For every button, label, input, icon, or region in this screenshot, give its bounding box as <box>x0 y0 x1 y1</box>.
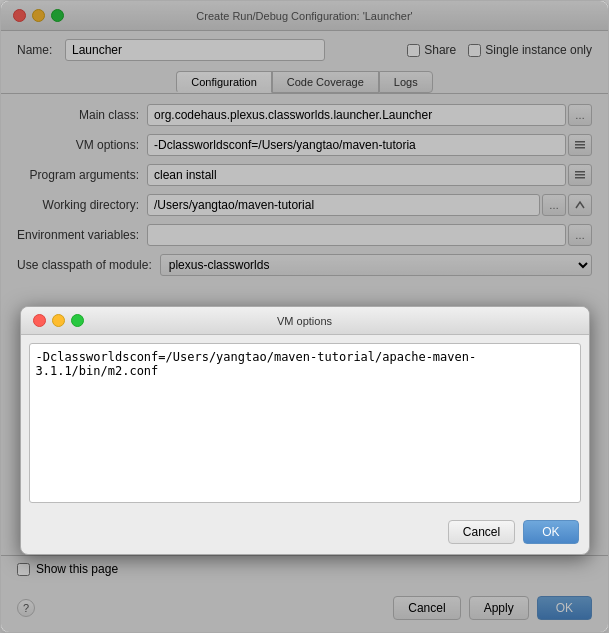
inner-button-row: Cancel OK <box>21 514 589 554</box>
inner-cancel-button[interactable]: Cancel <box>448 520 515 544</box>
inner-close-button[interactable] <box>33 314 46 327</box>
textarea-area: -Dclassworldsconf=/Users/yangtao/maven-t… <box>21 335 589 514</box>
inner-dialog: VM options -Dclassworldsconf=/Users/yang… <box>20 306 590 555</box>
inner-title-bar: VM options <box>21 307 589 335</box>
inner-traffic-lights <box>33 314 84 327</box>
overlay: VM options -Dclassworldsconf=/Users/yang… <box>1 1 608 632</box>
inner-maximize-button[interactable] <box>71 314 84 327</box>
inner-dialog-title: VM options <box>277 315 332 327</box>
inner-ok-button[interactable]: OK <box>523 520 578 544</box>
main-dialog: Create Run/Debug Configuration: 'Launche… <box>0 0 609 633</box>
vm-options-textarea[interactable]: -Dclassworldsconf=/Users/yangtao/maven-t… <box>29 343 581 503</box>
inner-minimize-button[interactable] <box>52 314 65 327</box>
